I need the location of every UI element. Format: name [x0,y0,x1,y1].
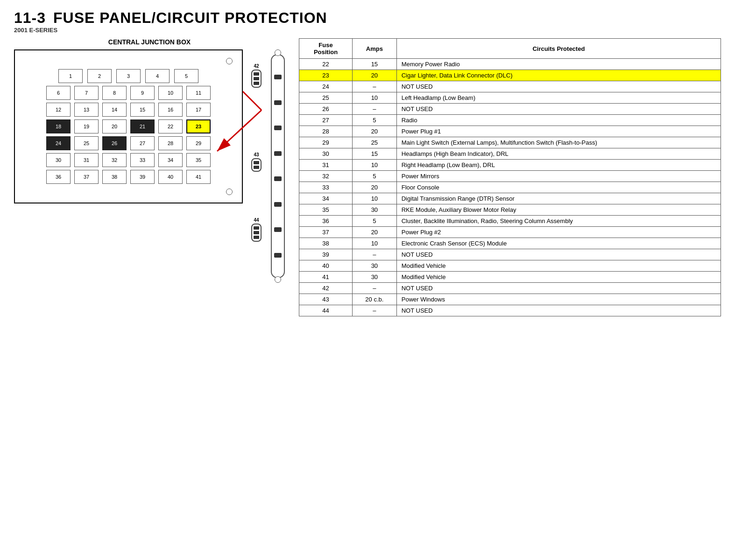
fuse-position-cell: 40 [299,260,353,272]
fuse-9: 9 [130,86,155,100]
connector-44-label: 44 [254,217,259,223]
table-row: 3320Floor Console [299,182,721,193]
page-header: 11-3 FUSE PANEL/CIRCUIT PROTECTION 2001 … [14,9,721,34]
table-row: 39–NOT USED [299,249,721,260]
fuse-2: 2 [87,69,112,83]
fuse-36: 36 [46,170,71,184]
fuse-position-cell: 42 [299,283,353,294]
conn-slot [254,82,259,85]
fuse-position-cell: 31 [299,160,353,171]
fuse-description-cell: Digital Transmission Range (DTR) Sensor [396,193,721,204]
fuse-description-cell: Modified Vehicle [396,260,721,272]
table-row: 24–NOT USED [299,81,721,92]
fuse-description-cell: NOT USED [396,104,721,115]
table-row: 3530RKE Module, Auxiliary Blower Motor R… [299,204,721,216]
fuse-37: 37 [74,170,99,184]
conn-slot [254,236,259,239]
fuse-35: 35 [186,153,211,167]
fuse-position-cell: 38 [299,238,353,249]
junction-box: 1 2 3 4 5 6 7 8 9 10 11 12 [14,49,243,203]
connector-43-block [251,158,261,172]
fuse-32: 32 [102,153,127,167]
pill-slot [274,75,282,79]
fuse-row-6: 30 31 32 33 34 35 [21,153,236,167]
fuse-description-cell: NOT USED [396,283,721,294]
fuse-row-2: 6 7 8 9 10 11 [21,86,236,100]
fuse-40: 40 [158,170,183,184]
fuse-amps-cell: 30 [353,204,397,216]
conn-slot [254,161,259,164]
fuse-26: 26 [102,136,127,150]
fuse-amps-cell: 5 [353,171,397,182]
fuse-row-7: 36 37 38 39 40 41 [21,170,236,184]
fuse-23: 23 [186,119,211,133]
table-row: 275Radio [299,115,721,126]
fuse-amps-cell: 30 [353,272,397,283]
fuse-1: 1 [58,69,83,83]
fuse-27: 27 [130,136,155,150]
conn-slot [254,72,259,76]
pill-bottom-circle [275,276,281,283]
conn-slot [254,166,259,169]
fuse-description-cell: NOT USED [396,305,721,316]
fuse-amps-cell: – [353,104,397,115]
fuse-description-cell: NOT USED [396,249,721,260]
fuse-description-cell: Power Plug #2 [396,227,721,238]
connector-42-block [251,70,261,88]
table-row: 3720Power Plug #2 [299,227,721,238]
fuse-amps-cell: 15 [353,59,397,70]
fuse-39: 39 [130,170,155,184]
table-row: 3015Headlamps (High Beam Indicator), DRL [299,148,721,160]
fuse-amps-cell: 15 [353,148,397,160]
pill-slot [274,151,282,156]
page-title: FUSE PANEL/CIRCUIT PROTECTION [53,9,327,27]
fuse-description-cell: Cigar Lighter, Data Link Connector (DLC) [396,70,721,81]
fuse-amps-cell: 20 [353,227,397,238]
section-number: 11-3 [14,9,46,27]
fuse-30: 30 [46,153,71,167]
fuse-position-cell: 26 [299,104,353,115]
vertical-pill [271,54,285,278]
table-row: 3810Electronic Crash Sensor (ECS) Module [299,238,721,249]
fuse-description-cell: Left Headlamp (Low Beam) [396,92,721,104]
table-row: 3110Right Headlamp (Low Beam), DRL [299,160,721,171]
col-header-amps: Amps [353,39,397,59]
fuse-position-cell: 30 [299,148,353,160]
fuse-38: 38 [102,170,127,184]
fuse-3: 3 [116,69,141,83]
fuse-description-cell: Modified Vehicle [396,272,721,283]
fuse-description-cell: Headlamps (High Beam Indicator), DRL [396,148,721,160]
fuse-amps-cell: 10 [353,160,397,171]
fuse-10: 10 [158,86,183,100]
conn-slot [254,77,259,80]
fuse-description-cell: Floor Console [396,182,721,193]
fuse-41: 41 [186,170,211,184]
table-row: 2215Memory Power Radio [299,59,721,70]
fuse-description-cell: Power Windows [396,294,721,305]
table-row: 325Power Mirrors [299,171,721,182]
fuse-position-cell: 41 [299,272,353,283]
fuse-31: 31 [74,153,99,167]
fuse-position-cell: 43 [299,294,353,305]
fuse-7: 7 [74,86,99,100]
fuse-amps-cell: 20 [353,126,397,137]
table-row: 4320 c.b.Power Windows [299,294,721,305]
fuse-position-cell: 44 [299,305,353,316]
bottom-circle [226,189,233,195]
fuse-18: 18 [46,119,71,133]
fuse-12: 12 [46,103,71,117]
fuse-34: 34 [158,153,183,167]
fuse-position-cell: 39 [299,249,353,260]
connector-43-label: 43 [254,152,259,157]
fuse-22: 22 [158,119,183,133]
fuse-position-cell: 37 [299,227,353,238]
connector-43-area: 43 [251,152,261,172]
fuse-amps-cell: 20 c.b. [353,294,397,305]
fuse-amps-cell: 25 [353,137,397,148]
svg-line-2 [243,91,261,110]
fuse-row-4: 18 19 20 21 22 23 [21,119,236,133]
fuse-description-cell: Radio [396,115,721,126]
fuse-row-5: 24 25 26 27 28 29 [21,136,236,150]
fuse-29: 29 [186,136,211,150]
fuse-20: 20 [102,119,127,133]
